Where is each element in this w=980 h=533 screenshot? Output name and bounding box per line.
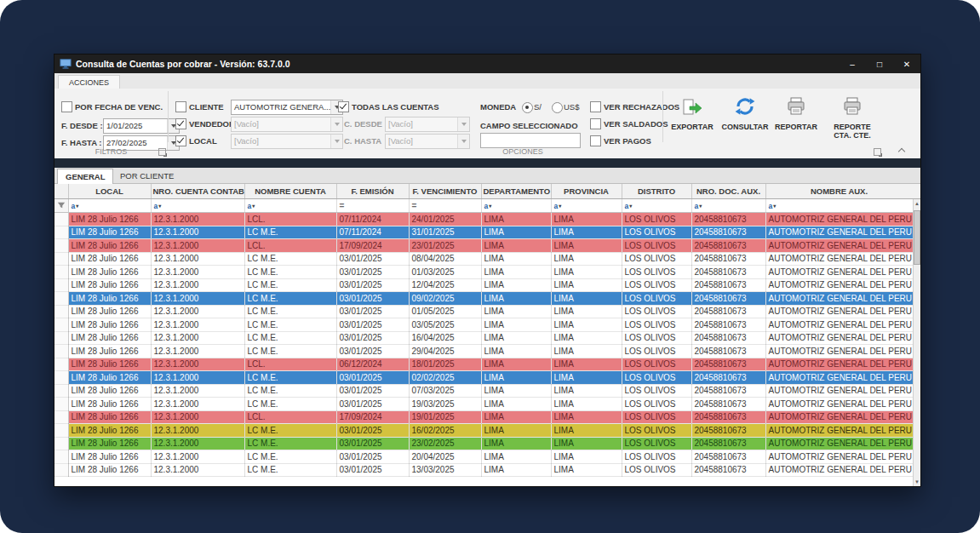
cell-provincia[interactable]: LIMA bbox=[551, 305, 622, 318]
cell-nombre_aux[interactable]: AUTOMOTRIZ GENERAL DEL PERU SOCIEDA bbox=[765, 371, 913, 385]
cell-nombre_cuenta[interactable]: LCL. bbox=[244, 213, 336, 226]
vertical-scrollbar[interactable]: ▲ ▼ bbox=[913, 199, 920, 486]
filter-cell-f_emision[interactable]: = bbox=[336, 199, 409, 213]
cell-local[interactable]: LIM 28 Julio 1266 bbox=[68, 318, 151, 332]
vendedor-checkbox[interactable] bbox=[175, 118, 186, 129]
cell-local[interactable]: LIM 28 Julio 1266 bbox=[68, 424, 151, 438]
cell-nro_doc_aux[interactable]: 20458810673 bbox=[691, 463, 765, 477]
table-row[interactable]: LIM 28 Julio 126612.3.1.2000LCL.06/12/20… bbox=[54, 358, 913, 371]
cell-distrito[interactable]: LOS OLIVOS bbox=[622, 213, 691, 226]
cell-departamento[interactable]: LIMA bbox=[481, 213, 551, 226]
cell-provincia[interactable]: LIMA bbox=[551, 331, 622, 345]
cell-f_emision[interactable]: 17/09/2024 bbox=[336, 410, 409, 424]
reporte-cta-cte-button[interactable]: REPORTE CTA. CTE. bbox=[825, 94, 880, 153]
cell-local[interactable]: LIM 28 Julio 1266 bbox=[68, 239, 151, 253]
cell-f_vencimiento[interactable]: 20/04/2025 bbox=[409, 450, 481, 464]
moneda-dolares-label[interactable]: US$ bbox=[564, 102, 579, 112]
cell-nombre_aux[interactable]: AUTOMOTRIZ GENERAL DEL PERU SOCIEDA bbox=[765, 384, 913, 398]
cell-nombre_aux[interactable]: AUTOMOTRIZ GENERAL DEL PERU SOCIEDA bbox=[765, 239, 913, 253]
vendedor-combobox[interactable]: [Vacío] bbox=[231, 117, 343, 132]
cell-f_emision[interactable]: 03/01/2025 bbox=[336, 331, 409, 345]
cell-nombre_aux[interactable]: AUTOMOTRIZ GENERAL DEL PERU SOCIEDA bbox=[765, 252, 913, 266]
cell-f_emision[interactable]: 03/01/2025 bbox=[336, 278, 409, 292]
cell-distrito[interactable]: LOS OLIVOS bbox=[622, 331, 691, 345]
cell-distrito[interactable]: LOS OLIVOS bbox=[622, 398, 691, 411]
cell-f_vencimiento[interactable]: 12/04/2025 bbox=[409, 278, 481, 292]
scroll-down-arrow-icon[interactable]: ▼ bbox=[914, 478, 920, 486]
text-filter-icon[interactable]: a▾ bbox=[154, 202, 162, 210]
filter-cell-local[interactable]: a▾ bbox=[68, 199, 151, 213]
cell-f_emision[interactable]: 03/01/2025 bbox=[336, 318, 409, 332]
cell-nro_doc_aux[interactable]: 20458810673 bbox=[691, 213, 765, 226]
table-row[interactable]: LIM 28 Julio 126612.3.1.2000LC M.E.03/01… bbox=[54, 437, 913, 450]
table-row[interactable]: LIM 28 Julio 126612.3.1.2000LC M.E.03/01… bbox=[54, 371, 913, 385]
table-row[interactable]: LIM 28 Julio 126612.3.1.2000LCL.17/09/20… bbox=[54, 239, 913, 253]
cell-provincia[interactable]: LIMA bbox=[551, 278, 622, 292]
cell-nombre_cuenta[interactable]: LC M.E. bbox=[244, 398, 336, 411]
cell-nombre_cuenta[interactable]: LC M.E. bbox=[244, 371, 336, 385]
column-header-f_vencimiento[interactable]: F. VENCIMIENTO bbox=[409, 184, 481, 199]
cell-f_emision[interactable]: 03/01/2025 bbox=[336, 424, 409, 438]
titlebar[interactable]: Consulta de Cuentas por cobrar - Versión… bbox=[54, 54, 920, 73]
cell-local[interactable]: LIM 28 Julio 1266 bbox=[68, 463, 151, 477]
cell-distrito[interactable]: LOS OLIVOS bbox=[622, 463, 691, 477]
table-row[interactable]: LIM 28 Julio 126612.3.1.2000LC M.E.03/01… bbox=[54, 345, 913, 358]
cell-provincia[interactable]: LIMA bbox=[551, 226, 622, 239]
text-filter-icon[interactable]: a▾ bbox=[769, 202, 777, 210]
filter-cell-nro_doc_aux[interactable]: a▾ bbox=[691, 199, 765, 213]
cell-local[interactable]: LIM 28 Julio 1266 bbox=[68, 358, 151, 371]
text-filter-icon[interactable]: a▾ bbox=[554, 202, 562, 210]
table-row[interactable]: LIM 28 Julio 126612.3.1.2000LC M.E.03/01… bbox=[54, 266, 913, 279]
minimize-button[interactable]: – bbox=[839, 54, 866, 73]
cell-nombre_aux[interactable]: AUTOMOTRIZ GENERAL DEL PERU SOCIEDA bbox=[765, 410, 913, 424]
cell-nombre_aux[interactable]: AUTOMOTRIZ GENERAL DEL PERU SOCIEDA bbox=[765, 213, 913, 226]
cell-f_vencimiento[interactable]: 08/04/2025 bbox=[409, 252, 481, 266]
table-row[interactable]: LIM 28 Julio 126612.3.1.2000LC M.E.03/01… bbox=[54, 398, 913, 411]
cell-cuenta_contable[interactable]: 12.3.1.2000 bbox=[151, 305, 244, 318]
table-row[interactable]: LIM 28 Julio 126612.3.1.2000LC M.E.03/01… bbox=[54, 292, 913, 306]
cell-departamento[interactable]: LIMA bbox=[481, 266, 551, 279]
cell-local[interactable]: LIM 28 Julio 1266 bbox=[68, 410, 151, 424]
cell-nombre_cuenta[interactable]: LC M.E. bbox=[244, 463, 336, 477]
cell-departamento[interactable]: LIMA bbox=[481, 371, 551, 385]
cell-nro_doc_aux[interactable]: 20458810673 bbox=[691, 318, 765, 332]
cell-cuenta_contable[interactable]: 12.3.1.2000 bbox=[151, 318, 244, 332]
cell-local[interactable]: LIM 28 Julio 1266 bbox=[68, 384, 151, 398]
cell-distrito[interactable]: LOS OLIVOS bbox=[622, 424, 691, 438]
cell-distrito[interactable]: LOS OLIVOS bbox=[622, 278, 691, 292]
cell-f_emision[interactable]: 17/09/2024 bbox=[336, 239, 409, 253]
table-row[interactable]: LIM 28 Julio 126612.3.1.2000LC M.E.03/01… bbox=[54, 252, 913, 266]
cell-distrito[interactable]: LOS OLIVOS bbox=[622, 450, 691, 464]
cliente-combobox[interactable]: AUTOMOTRIZ GENERA... bbox=[231, 100, 343, 115]
cell-distrito[interactable]: LOS OLIVOS bbox=[622, 410, 691, 424]
cell-f_emision[interactable]: 06/12/2024 bbox=[336, 358, 409, 371]
cell-distrito[interactable]: LOS OLIVOS bbox=[622, 305, 691, 318]
ver-pagos-label[interactable]: VER PAGOS bbox=[604, 136, 651, 146]
cell-f_vencimiento[interactable]: 31/01/2025 bbox=[409, 226, 481, 239]
por-fecha-checkbox[interactable] bbox=[61, 101, 72, 112]
cell-f_emision[interactable]: 03/01/2025 bbox=[336, 398, 409, 411]
cell-provincia[interactable]: LIMA bbox=[551, 371, 622, 385]
cell-distrito[interactable]: LOS OLIVOS bbox=[622, 292, 691, 306]
cell-cuenta_contable[interactable]: 12.3.1.2000 bbox=[151, 331, 244, 345]
cell-f_vencimiento[interactable]: 23/02/2025 bbox=[409, 437, 481, 450]
table-row[interactable]: LIM 28 Julio 126612.3.1.2000LC M.E.03/01… bbox=[54, 450, 913, 464]
cell-distrito[interactable]: LOS OLIVOS bbox=[622, 239, 691, 253]
cell-local[interactable]: LIM 28 Julio 1266 bbox=[68, 278, 151, 292]
cell-f_vencimiento[interactable]: 01/05/2025 bbox=[409, 305, 481, 318]
cell-f_vencimiento[interactable]: 16/04/2025 bbox=[409, 331, 481, 345]
cell-distrito[interactable]: LOS OLIVOS bbox=[622, 345, 691, 358]
cell-f_emision[interactable]: 03/01/2025 bbox=[336, 437, 409, 450]
cell-cuenta_contable[interactable]: 12.3.1.2000 bbox=[151, 384, 244, 398]
cliente-label[interactable]: CLIENTE bbox=[189, 102, 224, 112]
cell-nombre_cuenta[interactable]: LCL. bbox=[244, 410, 336, 424]
moneda-dolares-radio[interactable] bbox=[552, 102, 563, 113]
cell-cuenta_contable[interactable]: 12.3.1.2000 bbox=[151, 226, 244, 239]
cell-cuenta_contable[interactable]: 12.3.1.2000 bbox=[151, 252, 244, 266]
tab-por-cliente[interactable]: POR CLIENTE bbox=[112, 169, 181, 183]
table-row[interactable]: LIM 28 Julio 126612.3.1.2000LCL.17/09/20… bbox=[54, 410, 913, 424]
tab-acciones[interactable]: ACCIONES bbox=[58, 75, 120, 89]
cell-distrito[interactable]: LOS OLIVOS bbox=[622, 358, 691, 371]
filter-cell-nombre_aux[interactable]: a▾ bbox=[765, 199, 913, 213]
cell-f_emision[interactable]: 07/11/2024 bbox=[336, 226, 409, 239]
